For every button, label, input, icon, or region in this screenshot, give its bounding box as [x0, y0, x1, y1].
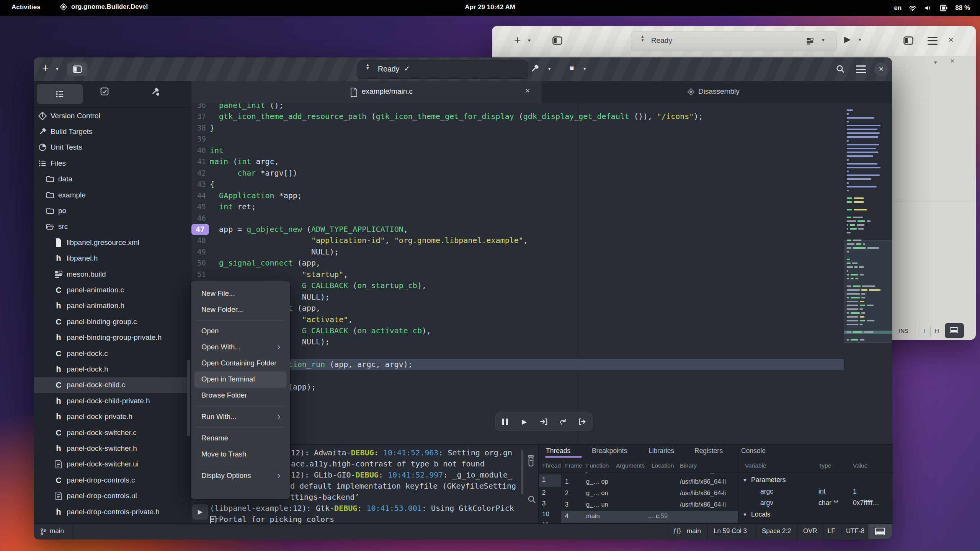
build-dropdown-caret[interactable]: ▾: [548, 66, 551, 72]
line-ending[interactable]: LF: [828, 527, 835, 535]
menu-item-browse-folder[interactable]: Browse Folder: [194, 388, 286, 404]
frame-row[interactable]: 2g_… on/usr/lib/x86_64-li: [561, 488, 738, 500]
sidebar-item-libpanel-h[interactable]: hlibpanel.h: [34, 251, 191, 266]
thread-row[interactable]: 1: [539, 474, 561, 487]
sidebar-item-files[interactable]: Files: [34, 155, 191, 171]
menu-item-open[interactable]: Open: [194, 323, 286, 339]
menu-button[interactable]: [856, 65, 866, 73]
panel-tab-libraries[interactable]: Libraries: [648, 447, 674, 455]
build-button[interactable]: [530, 64, 540, 73]
sidebar-item-panel-dock-c[interactable]: Cpanel-dock.c: [34, 346, 191, 361]
bg-statusbar-h[interactable]: H: [935, 328, 939, 334]
system-tray[interactable]: en 88 %: [894, 0, 970, 16]
encoding[interactable]: UTF-8: [846, 527, 864, 535]
sidebar-item-panel-dock-switcher-h[interactable]: hpanel-dock-switcher.h: [34, 440, 191, 456]
thread-row[interactable]: 2: [539, 489, 561, 498]
new-document-button[interactable]: +: [42, 61, 49, 75]
sidebar-tab-build-issues[interactable]: [150, 86, 160, 96]
log-search-icon[interactable]: [527, 494, 537, 504]
bg-close-button[interactable]: ×: [948, 34, 954, 45]
sidebar-item-panel-dock-switcher-c[interactable]: Cpanel-dock-switcher.c: [34, 425, 191, 440]
panel-tab-threads[interactable]: Threads: [546, 447, 570, 455]
frame-row[interactable]: 4main….c:59: [561, 511, 738, 523]
variable-row[interactable]: argvchar **0x7fffff…: [738, 498, 893, 510]
sidebar-item-panel-binding-group-c[interactable]: Cpanel-binding-group.c: [34, 314, 191, 329]
sidebar-item-meson-build[interactable]: meson.build: [34, 266, 191, 282]
jar-icon[interactable]: [526, 455, 536, 467]
sidebar-item-panel-animation-h[interactable]: hpanel-animation.h: [34, 298, 191, 314]
menu-item-new-file[interactable]: New File...: [194, 286, 286, 302]
panel-tab-console[interactable]: Console: [741, 447, 766, 455]
pause-button[interactable]: [495, 419, 515, 425]
menu-item-rename[interactable]: Rename: [194, 430, 286, 447]
variable-row[interactable]: ▼Parameters: [738, 475, 893, 487]
sidebar-item-panel-animation-c[interactable]: Cpanel-animation.c: [34, 282, 191, 298]
variable-row[interactable]: argcint1: [738, 487, 893, 498]
run-log-button[interactable]: ▶: [192, 504, 208, 520]
sidebar-tab-todo[interactable]: [100, 86, 109, 96]
step-out-button[interactable]: [573, 417, 592, 426]
app-indicator[interactable]: org.gnome.Builder.Devel: [60, 3, 148, 11]
bg-run-button[interactable]: ▶: [844, 34, 851, 44]
expander-icon[interactable]: ▼: [743, 512, 747, 517]
menu-item-open-in-terminal[interactable]: Open in Terminal: [194, 372, 286, 388]
sidebar-tab-project[interactable]: [37, 84, 83, 104]
frame-row[interactable]: 1g_… op/usr/lib/x86_64-li: [561, 477, 738, 488]
bg-new-dropdown-caret[interactable]: ▾: [528, 37, 531, 43]
thread-row[interactable]: 10: [539, 510, 561, 520]
frame-row[interactable]: 0p…/usr/lib/x86_64-…: [561, 472, 738, 477]
sidebar-item-panel-dock-private-h[interactable]: hpanel-dock-private.h: [34, 409, 191, 425]
thread-row[interactable]: 3: [539, 500, 561, 509]
bg-omnibar[interactable]: ▲▼ Ready ▾: [631, 31, 837, 51]
code-editor[interactable]: 36 panel_init ();37 gtk_icon_theme_add_r…: [191, 103, 892, 444]
stop-button[interactable]: ■: [570, 64, 574, 72]
stop-dropdown-caret[interactable]: ▾: [583, 66, 586, 72]
function-context-label[interactable]: main: [687, 527, 701, 535]
bg-menu-button[interactable]: [928, 37, 938, 45]
menu-item-new-folder[interactable]: New Folder...: [194, 302, 286, 318]
tab-close-icon[interactable]: ×: [525, 86, 530, 95]
expander-icon[interactable]: ▼: [743, 478, 747, 483]
sidebar-scrollbar[interactable]: [187, 360, 190, 436]
panel-tab-breakpoints[interactable]: Breakpoints: [592, 447, 627, 455]
toggle-left-panel-button[interactable]: [67, 62, 87, 76]
tab-disassembly[interactable]: Disassembly: [542, 81, 892, 103]
bg-toggle-left-panel-button[interactable]: [552, 36, 562, 45]
sidebar-item-panel-dock-h[interactable]: hpanel-dock.h: [34, 361, 191, 377]
new-dropdown-caret[interactable]: ▾: [56, 66, 59, 72]
toggle-bottom-panel-button[interactable]: [868, 524, 892, 539]
continue-button[interactable]: ▶: [515, 418, 534, 426]
sidebar-item-panel-drop-controls-ui[interactable]: panel-drop-controls.ui: [34, 488, 191, 504]
bg-build-dropdown-caret[interactable]: ▾: [822, 37, 825, 43]
bg-statusbar-ins[interactable]: INS: [899, 328, 908, 334]
activities-button[interactable]: Activities: [11, 3, 41, 11]
step-in-button[interactable]: [534, 417, 554, 426]
sidebar-item-libpanel-gresource-xml[interactable]: libpanel.gresource.xml: [34, 235, 191, 250]
minimap[interactable]: [844, 103, 892, 444]
bg-bottom-panel-button[interactable]: [945, 323, 964, 338]
sidebar-item-unit-tests[interactable]: Unit Tests: [34, 140, 191, 155]
sidebar-item-panel-dock-switcher-ui[interactable]: panel-dock-switcher.ui: [34, 456, 191, 472]
search-button[interactable]: [835, 64, 845, 74]
variable-row[interactable]: ▼Locals: [738, 510, 893, 521]
tab-example-main-c[interactable]: example/main.c ×: [191, 81, 542, 103]
sidebar-item-po[interactable]: po: [34, 203, 191, 218]
menu-item-display-options[interactable]: Display Options›: [194, 468, 286, 484]
sidebar-item-data[interactable]: data: [34, 171, 191, 187]
sidebar-item-panel-dock-child-private-h[interactable]: hpanel-dock-child-private.h: [34, 393, 191, 409]
close-button[interactable]: ×: [874, 62, 888, 76]
sidebar-item-build-targets[interactable]: Build Targets: [34, 124, 191, 139]
cursor-position[interactable]: Ln 59 Col 3: [714, 527, 747, 535]
sidebar-item-src[interactable]: src: [34, 219, 191, 235]
sidebar-item-version-control[interactable]: Version Control: [34, 108, 191, 124]
menu-item-run-with[interactable]: Run With...›: [194, 409, 286, 425]
sidebar-item-panel-binding-group-private-h[interactable]: hpanel-binding-group-private.h: [34, 330, 191, 346]
menu-item-open-with[interactable]: Open With...›: [194, 339, 286, 355]
branch-label[interactable]: main: [50, 527, 64, 535]
menu-item-move-to-trash[interactable]: Move to Trash: [194, 447, 286, 463]
bg-run-dropdown-caret[interactable]: ▾: [859, 37, 861, 42]
indentation-setting[interactable]: Space 2:2: [762, 527, 791, 535]
omnibar[interactable]: ▲▼ Ready ✓: [358, 60, 528, 79]
minimap-viewport[interactable]: [844, 240, 892, 343]
step-over-button[interactable]: [554, 417, 573, 426]
